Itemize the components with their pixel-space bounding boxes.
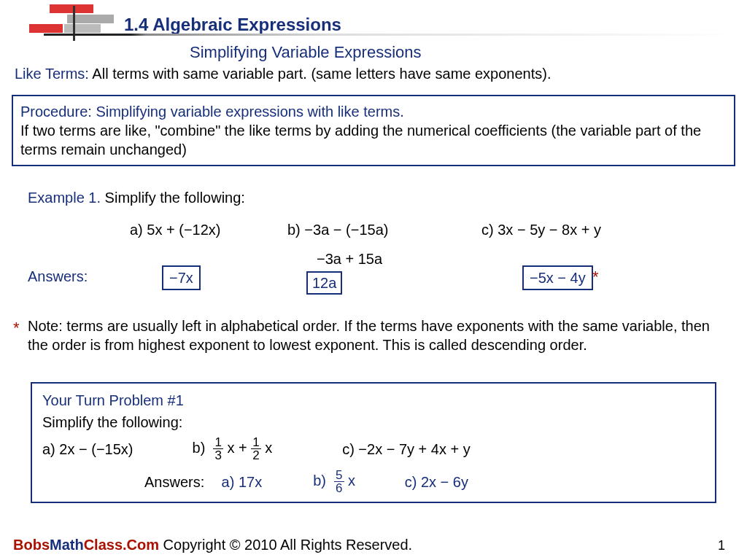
ytp-answer-a: a) 17x [222, 472, 309, 491]
example-1-header: Example 1. Simplify the following: [28, 188, 245, 207]
page-number: 1 [718, 537, 725, 554]
answer-c-box: −5x − 4y [522, 265, 593, 290]
ytp-answers-label: Answers: [144, 472, 217, 491]
asterisk-icon: * [13, 318, 20, 339]
footer-copyright: Copyright © 2010 All Rights Reserved. [159, 537, 412, 553]
answer-c: −5x − 4y [522, 265, 593, 290]
section-title: 1.4 Algebraic Expressions [124, 13, 341, 36]
ytp-b-label: b) [193, 440, 206, 456]
footer-bobs: Bobs [13, 537, 50, 553]
procedure-body: If two terms are like, "combine" the lik… [20, 121, 727, 159]
answers-label: Answers: [28, 267, 88, 286]
like-terms-label: Like Terms: [15, 66, 89, 82]
fraction-icon: 13 [213, 436, 222, 462]
ytp-title: Your Turn Problem #1 [42, 391, 705, 410]
example-1-instr: Simplify the following: [101, 190, 245, 206]
ytp-answer-b: b) 56 x [313, 469, 400, 494]
ytp-b-mid: x + [223, 440, 251, 456]
answer-a-box: −7x [162, 265, 201, 290]
problem-a: a) 5x + (−12x) [130, 220, 221, 239]
ytp-a: a) 2x − (−15x) [42, 440, 188, 459]
problem-b: b) −3a − (−15a) [287, 220, 388, 239]
section-subtitle: Simplifying Variable Expressions [190, 42, 422, 63]
ytp-b-tail: x [261, 440, 273, 456]
footer-credit: BobsMathClass.Com Copyright © 2010 All R… [13, 535, 412, 554]
ytp-b: b) 13 x + 12 x [193, 436, 338, 462]
procedure-box: Procedure: Simplifying variable expressi… [12, 95, 735, 166]
fraction-icon: 12 [251, 436, 260, 462]
note-text: Note: terms are usually left in alphabet… [28, 318, 710, 353]
header-graphic [22, 4, 109, 34]
your-turn-box: Your Turn Problem #1 Simplify the follow… [31, 382, 716, 503]
like-terms-text: All terms with same variable part. (same… [89, 66, 551, 82]
footer-math: Math [50, 537, 84, 553]
ytp-instr: Simplify the following: [42, 413, 705, 432]
ytp-ans-b-label: b) [313, 472, 326, 489]
header-rule [44, 34, 740, 36]
procedure-label: Procedure: [20, 104, 96, 120]
asterisk-icon: * [592, 267, 599, 288]
problem-b-step: −3a + 15a [317, 249, 382, 268]
ytp-ans-b-tail: x [344, 472, 356, 489]
example-1-label: Example 1. [28, 190, 101, 206]
ytp-answer-c: c) 2x − 6y [405, 472, 468, 491]
footer-class: Class.Com [84, 537, 159, 553]
procedure-title: Simplifying variable expressions with li… [96, 104, 403, 120]
fraction-icon: 56 [334, 469, 344, 494]
like-terms-definition: Like Terms: All terms with same variable… [15, 64, 732, 83]
answer-a: −7x [162, 265, 201, 290]
note-paragraph: * Note: terms are usually left in alphab… [28, 316, 729, 354]
ytp-c: c) −2x − 7y + 4x + y [342, 440, 471, 459]
answer-b: 12a [306, 271, 342, 295]
problem-c: c) 3x − 5y − 8x + y [481, 220, 601, 239]
